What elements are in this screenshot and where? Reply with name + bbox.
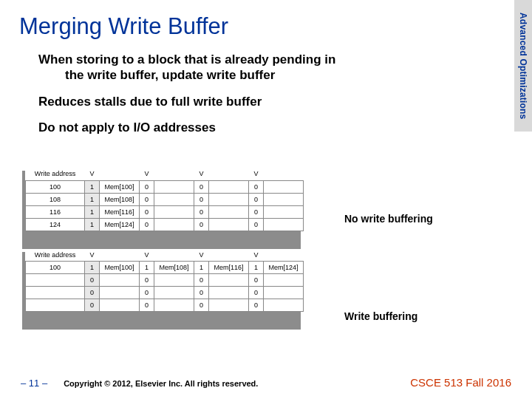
section-label: Advanced Optimizations (518, 13, 528, 119)
slide-title: Merging Write Buffer (19, 13, 513, 40)
table-row: 100 1 Mem[100] 1 Mem[108] 1 Mem[116] 1 M… (26, 262, 304, 274)
hdr-v: V (85, 168, 100, 180)
bullet-2: Reduces stalls due to full write buffer (38, 94, 513, 109)
slide-body: When storing to a block that is already … (19, 52, 513, 135)
hdr-v: V (249, 249, 264, 262)
table-row: 124 1 Mem[124] 0 0 0 (26, 218, 304, 231)
table-header-row: Write address V V V V (26, 249, 304, 262)
hdr-v: V (194, 249, 209, 262)
write-buffer-table-2: Write address V V V V 100 1 Mem[100] 1 M… (25, 249, 304, 313)
hdr-v: V (140, 249, 154, 262)
table-no-buffering: Write address V V V V 100 1 Mem[100] 0 (25, 168, 304, 246)
tables-area: Write address V V V V 100 1 Mem[100] 0 (25, 168, 304, 330)
table-row: 108 1 Mem[108] 0 0 0 (26, 193, 304, 205)
hdr-addr: Write address (26, 249, 85, 262)
copyright: Copyright © 2012, Elsevier Inc. All righ… (64, 379, 410, 388)
label-buffering: Write buffering (344, 310, 417, 322)
course-label: CSCE 513 Fall 2016 (410, 376, 511, 389)
table-row: 0 0 0 0 (26, 274, 304, 287)
hdr-addr: Write address (26, 168, 85, 180)
bullet-3: Do not apply to I/O addresses (38, 120, 513, 135)
table-with-buffering: Write address V V V V 100 1 Mem[100] 1 M… (25, 249, 304, 327)
slide: Advanced Optimizations Merging Write Buf… (0, 0, 532, 399)
page-number: – 11 – (21, 378, 47, 389)
bullet-1: When storing to a block that is already … (38, 52, 513, 83)
bullet-1-line2: the write buffer, update write buffer (52, 67, 275, 83)
table-row: 100 1 Mem[100] 0 0 0 (26, 180, 304, 193)
label-no-buffering: No write buffering (344, 213, 433, 225)
footer: – 11 – Copyright © 2012, Elsevier Inc. A… (0, 376, 532, 389)
table-row: 116 1 Mem[116] 0 0 0 (26, 205, 304, 218)
hdr-v: V (249, 168, 264, 180)
section-sidebar: Advanced Optimizations (514, 0, 532, 132)
table-header-row: Write address V V V V (26, 168, 304, 180)
table-row: 0 0 0 0 (26, 287, 304, 299)
table-row: 0 0 0 0 (26, 299, 304, 312)
hdr-v: V (85, 249, 100, 262)
hdr-v: V (140, 168, 154, 180)
bullet-1-line1: When storing to a block that is already … (38, 52, 335, 66)
write-buffer-table-1: Write address V V V V 100 1 Mem[100] 0 (25, 168, 304, 231)
hdr-v: V (194, 168, 209, 180)
